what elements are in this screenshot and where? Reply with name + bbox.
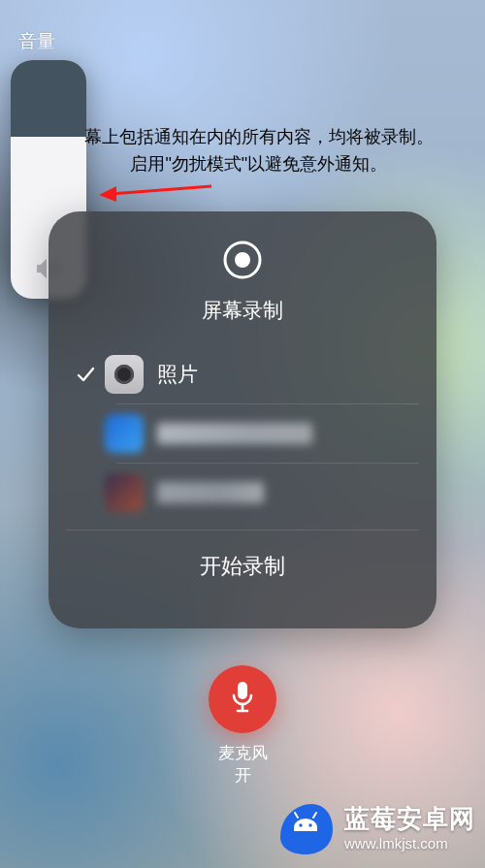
destination-app-3[interactable] — [48, 464, 436, 522]
microphone-toggle[interactable]: 麦克风 开 — [209, 665, 276, 788]
svg-point-3 — [235, 252, 250, 268]
record-icon — [221, 239, 264, 285]
app-icon-blur-1 — [105, 414, 144, 453]
svg-line-0 — [111, 186, 211, 194]
microphone-caption: 麦克风 开 — [218, 743, 268, 788]
watermark-title: 蓝莓安卓网 — [344, 803, 475, 835]
destination-list: 照片 开始录制 — [48, 345, 436, 604]
notice-line-1: 幕上包括通知在内的所有内容，均将被录制。 — [55, 124, 463, 151]
annotation-arrow — [97, 177, 213, 204]
recording-notice: 幕上包括通知在内的所有内容，均将被录制。 启用"勿扰模式"以避免意外通知。 — [55, 124, 463, 178]
destination-label-blur — [157, 423, 312, 444]
screen-recording-panel: 屏幕录制 照片 开始录制 — [48, 211, 436, 628]
watermark-url: www.lmkjst.com — [344, 835, 475, 853]
destination-label-blur — [157, 482, 264, 503]
watermark-logo-icon — [275, 798, 335, 858]
panel-title: 屏幕录制 — [202, 297, 283, 324]
checkmark-icon — [72, 365, 99, 384]
volume-label: 音量 — [18, 29, 86, 54]
start-recording-button[interactable]: 开始录制 — [48, 530, 436, 604]
microphone-icon — [229, 680, 256, 719]
svg-marker-1 — [99, 186, 116, 202]
destination-app-2[interactable] — [48, 404, 436, 463]
destination-label: 照片 — [157, 361, 198, 388]
mic-caption-line1: 麦克风 — [218, 743, 268, 765]
svg-rect-4 — [238, 682, 247, 699]
app-icon-blur-2 — [105, 473, 144, 512]
microphone-button[interactable] — [209, 665, 276, 733]
svg-point-8 — [308, 823, 311, 826]
destination-photos[interactable]: 照片 — [48, 345, 436, 403]
watermark: 蓝莓安卓网 www.lmkjst.com — [275, 798, 475, 858]
svg-point-7 — [299, 823, 302, 826]
camera-icon — [105, 355, 144, 394]
mic-caption-line2: 开 — [218, 765, 268, 788]
notice-line-2: 启用"勿扰模式"以避免意外通知。 — [55, 151, 463, 178]
